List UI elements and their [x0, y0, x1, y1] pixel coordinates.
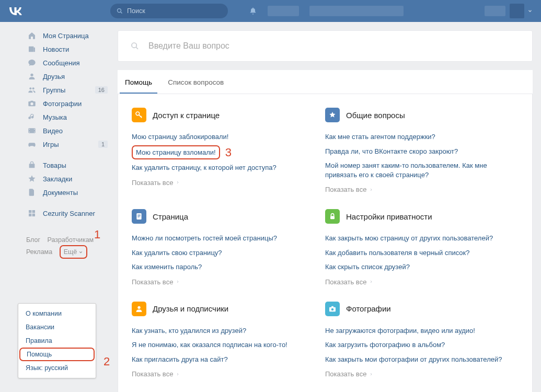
svg-rect-26	[137, 217, 139, 217]
music-icon	[26, 112, 38, 122]
svg-line-1	[121, 12, 122, 14]
sidebar-item-msg[interactable]: Сообщения	[26, 56, 110, 70]
help-link[interactable]: Не загружаются фотографии, видео или ауд…	[325, 324, 510, 338]
header-user-menu[interactable]	[474, 4, 533, 18]
help-link[interactable]: Как узнать, кто удалился из друзей?	[132, 324, 317, 338]
category-title: Настройки приватности	[346, 212, 432, 221]
sidebar-item-label: Сообщения	[43, 59, 110, 67]
key-icon	[132, 108, 146, 122]
search-icon	[117, 8, 123, 14]
sidebar-item-groups[interactable]: Группы 16	[26, 83, 110, 97]
help-link[interactable]: Мою страницу взломали!	[132, 145, 220, 160]
sidebar-item-games[interactable]: Игры 1	[26, 137, 110, 151]
svg-rect-15	[29, 164, 35, 168]
sidebar-item-label: Cezurity Scanner	[43, 210, 110, 217]
sidebar-badge: 1	[98, 141, 108, 148]
help-link[interactable]: Как удалить свою страницу?	[132, 246, 317, 260]
sidebar-item-grid[interactable]: Cezurity Scanner	[26, 206, 110, 220]
tab-help[interactable]: Помощь	[120, 70, 157, 94]
annotation-1: 1	[94, 229, 100, 240]
video-icon	[26, 126, 38, 135]
sidebar-item-label: Друзья	[43, 73, 110, 80]
header-blur-2	[309, 6, 404, 16]
sidebar-item-label: Моя Страница	[43, 32, 110, 40]
chevron-right-icon	[176, 280, 180, 284]
photo-icon	[26, 99, 38, 108]
show-all-link[interactable]: Показать все	[325, 182, 510, 193]
help-link[interactable]: Мою страницу заблокировали!	[132, 130, 317, 144]
page-icon	[132, 209, 146, 224]
person-icon	[132, 302, 146, 316]
sidebar-item-video[interactable]: Видео	[26, 124, 110, 137]
svg-rect-16	[29, 210, 31, 213]
dropdown-item[interactable]: Помощь	[19, 348, 95, 361]
svg-rect-31	[331, 306, 333, 307]
help-link[interactable]: Мой номер занят каким-то пользователем. …	[325, 158, 510, 182]
sidebar-item-music[interactable]: Музыка	[26, 110, 110, 124]
sidebar-item-news[interactable]: Новости	[26, 42, 110, 56]
vk-logo[interactable]	[8, 7, 32, 15]
show-all-link[interactable]: Показать все	[132, 274, 317, 286]
dropdown-item[interactable]: О компании	[18, 307, 96, 320]
chevron-down-icon	[527, 8, 533, 14]
show-all-link[interactable]: Показать все	[325, 366, 510, 378]
header-search[interactable]: Поиск	[110, 4, 228, 18]
help-link[interactable]: Как скрыть список друзей?	[325, 260, 510, 274]
chevron-right-icon	[369, 280, 373, 284]
annotation-3: 3	[225, 146, 232, 159]
help-link[interactable]: Как загрузить фотографию в альбом?	[325, 338, 510, 352]
header-blur-1	[268, 6, 299, 16]
sidebar-item-bag[interactable]: Товары	[26, 158, 110, 172]
sidebar-item-home[interactable]: Моя Страница	[26, 29, 110, 42]
chevron-right-icon	[369, 188, 373, 192]
category-title: Фотографии	[346, 304, 391, 313]
svg-point-30	[331, 308, 334, 310]
help-link[interactable]: Как пригласить друга на сайт?	[132, 352, 317, 367]
sidebar-item-photo[interactable]: Фотографии	[26, 97, 110, 110]
help-link[interactable]: Я не понимаю, как оказался подписан на к…	[132, 338, 317, 352]
star-icon	[26, 174, 38, 183]
help-search-input[interactable]	[148, 41, 520, 51]
sidebar-item-friends[interactable]: Друзья	[26, 70, 110, 83]
tab-questions[interactable]: Список вопросов	[163, 70, 229, 94]
grid-icon	[26, 209, 38, 218]
dropdown-item[interactable]: Язык: русский	[18, 361, 96, 375]
show-all-link[interactable]: Показать все	[325, 274, 510, 286]
header-user-name-blur	[485, 6, 505, 16]
dropdown-item[interactable]: Правила	[18, 334, 96, 348]
svg-point-5	[29, 87, 31, 89]
help-link[interactable]: Как удалить страницу, к которой нет дост…	[132, 160, 317, 175]
show-all-link[interactable]: Показать все	[132, 175, 317, 187]
dropdown-item[interactable]: Вакансии	[18, 320, 96, 334]
help-link[interactable]: Как мне стать агентом поддержки?	[325, 130, 510, 144]
games-icon	[26, 140, 38, 149]
help-search[interactable]	[118, 30, 533, 62]
footer-ads[interactable]: Реклама	[26, 248, 52, 256]
footer-blog[interactable]: Блог	[26, 236, 40, 244]
help-link[interactable]: Можно ли посмотреть гостей моей страницы…	[132, 231, 317, 246]
home-icon	[26, 31, 38, 40]
sidebar-item-star[interactable]: Закладки	[26, 172, 110, 186]
svg-rect-25	[137, 216, 140, 216]
help-link[interactable]: Как закрыть мою страницу от других польз…	[325, 231, 510, 246]
show-all-link[interactable]: Показать все	[132, 366, 317, 378]
friends-icon	[26, 72, 38, 81]
help-link[interactable]: Как закрыть мои фотографии от других пол…	[325, 352, 510, 367]
footer-devs[interactable]: Разработчикам	[48, 236, 94, 244]
chevron-right-icon	[176, 180, 180, 185]
help-link[interactable]: Как изменить пароль?	[132, 260, 317, 274]
chevron-down-icon	[78, 250, 83, 255]
bell-icon[interactable]	[249, 6, 257, 16]
svg-rect-2	[29, 47, 33, 52]
doc-icon	[26, 188, 38, 197]
news-icon	[26, 44, 38, 54]
footer-more-dropdown[interactable]: Ещё	[60, 245, 88, 259]
sidebar-item-label: Товары	[43, 162, 110, 169]
sidebar-item-doc[interactable]: Документы	[26, 186, 110, 199]
chevron-right-icon	[176, 372, 180, 376]
search-icon	[131, 42, 139, 50]
help-link[interactable]: Как добавить пользователя в черный списо…	[325, 246, 510, 260]
category-title: Общие вопросы	[346, 111, 405, 120]
sidebar-item-label: Фотографии	[43, 100, 110, 108]
help-link[interactable]: Правда ли, что ВКонтакте скоро закроют?	[325, 144, 510, 159]
